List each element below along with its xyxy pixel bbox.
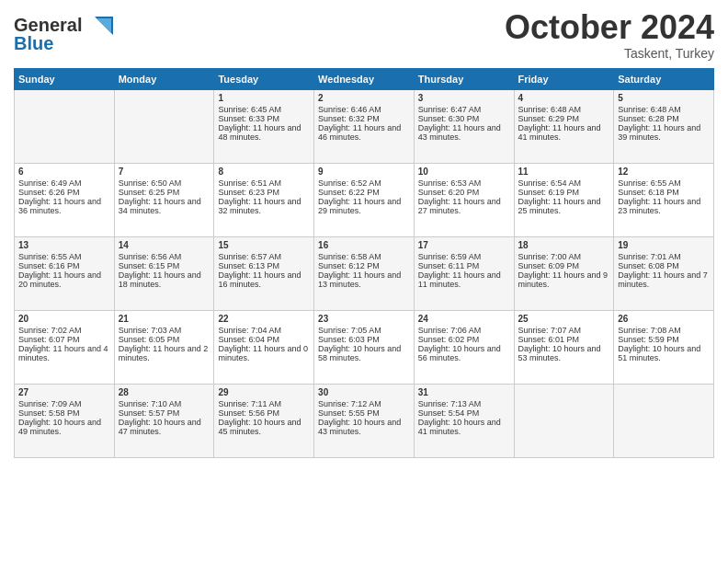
calendar-week-1: 1Sunrise: 6:45 AMSunset: 6:33 PMDaylight… (15, 90, 714, 164)
day-info: Sunset: 6:18 PM (618, 188, 710, 197)
calendar-cell: 26Sunrise: 7:08 AMSunset: 5:59 PMDayligh… (614, 311, 714, 385)
col-sunday: Sunday (15, 69, 115, 90)
day-info: Sunset: 5:59 PM (618, 335, 710, 344)
day-info: Sunrise: 7:04 AM (218, 326, 310, 335)
day-info: Sunset: 6:28 PM (618, 114, 710, 123)
day-info: Sunset: 5:54 PM (418, 408, 510, 418)
day-info: Daylight: 11 hours and 7 minutes. (618, 270, 710, 289)
day-info: Sunset: 6:15 PM (119, 261, 210, 270)
calendar-week-4: 20Sunrise: 7:02 AMSunset: 6:07 PMDayligh… (15, 311, 714, 385)
day-info: Daylight: 11 hours and 41 minutes. (518, 123, 610, 142)
logo: General Blue (14, 9, 115, 61)
day-number: 21 (119, 314, 210, 324)
calendar-table: Sunday Monday Tuesday Wednesday Thursday… (14, 68, 714, 458)
day-info: Sunset: 6:22 PM (318, 188, 410, 197)
day-info: Daylight: 11 hours and 20 minutes. (18, 270, 110, 289)
day-info: Daylight: 11 hours and 0 minutes. (218, 344, 310, 362)
day-info: Sunset: 5:57 PM (119, 408, 210, 418)
day-info: Sunset: 6:08 PM (618, 261, 710, 270)
col-thursday: Thursday (414, 69, 514, 90)
day-info: Daylight: 11 hours and 11 minutes. (418, 270, 510, 289)
day-number: 23 (318, 314, 410, 324)
header: General Blue October 2024 Taskent, Turke… (14, 9, 714, 61)
day-info: Sunrise: 7:07 AM (518, 326, 610, 335)
calendar-cell: 23Sunrise: 7:05 AMSunset: 6:03 PMDayligh… (314, 311, 415, 385)
day-info: Sunset: 6:09 PM (518, 261, 610, 270)
day-info: Sunrise: 7:13 AM (418, 399, 510, 408)
day-info: Daylight: 11 hours and 27 minutes. (418, 197, 510, 215)
day-info: Sunrise: 6:58 AM (318, 252, 410, 261)
location-subtitle: Taskent, Turkey (505, 46, 714, 61)
day-info: Sunrise: 6:49 AM (18, 178, 110, 188)
day-info: Sunset: 6:13 PM (218, 261, 310, 270)
col-saturday: Saturday (614, 69, 714, 90)
col-tuesday: Tuesday (214, 69, 314, 90)
calendar-cell: 21Sunrise: 7:03 AMSunset: 6:05 PMDayligh… (114, 311, 214, 385)
title-block: October 2024 Taskent, Turkey (505, 9, 714, 61)
day-info: Sunset: 6:23 PM (218, 188, 310, 197)
calendar-cell: 28Sunrise: 7:10 AMSunset: 5:57 PMDayligh… (114, 385, 214, 458)
day-number: 13 (18, 240, 110, 250)
calendar-cell: 14Sunrise: 6:56 AMSunset: 6:15 PMDayligh… (114, 237, 214, 311)
day-number: 1 (218, 93, 310, 103)
day-info: Daylight: 11 hours and 48 minutes. (218, 123, 310, 142)
day-info: Sunrise: 7:02 AM (18, 326, 110, 335)
day-info: Daylight: 11 hours and 32 minutes. (218, 197, 310, 215)
day-info: Daylight: 11 hours and 18 minutes. (119, 270, 210, 289)
day-number: 5 (618, 93, 710, 103)
day-number: 25 (518, 314, 610, 324)
day-info: Sunrise: 6:54 AM (518, 178, 610, 188)
day-number: 6 (18, 167, 110, 177)
header-row: Sunday Monday Tuesday Wednesday Thursday… (15, 69, 714, 90)
calendar-cell: 4Sunrise: 6:48 AMSunset: 6:29 PMDaylight… (514, 90, 614, 164)
day-number: 10 (418, 167, 510, 177)
day-number: 2 (318, 93, 410, 103)
calendar-cell: 10Sunrise: 6:53 AMSunset: 6:20 PMDayligh… (414, 164, 514, 237)
day-info: Daylight: 10 hours and 49 minutes. (18, 418, 110, 436)
calendar-cell: 13Sunrise: 6:55 AMSunset: 6:16 PMDayligh… (15, 237, 115, 311)
calendar-cell: 25Sunrise: 7:07 AMSunset: 6:01 PMDayligh… (514, 311, 614, 385)
day-info: Daylight: 11 hours and 16 minutes. (218, 270, 310, 289)
calendar-cell: 27Sunrise: 7:09 AMSunset: 5:58 PMDayligh… (15, 385, 115, 458)
svg-marker-3 (97, 18, 111, 33)
day-info: Sunrise: 6:56 AM (119, 252, 210, 261)
day-info: Sunset: 6:02 PM (418, 335, 510, 344)
calendar-cell (15, 90, 115, 164)
calendar-cell: 19Sunrise: 7:01 AMSunset: 6:08 PMDayligh… (614, 237, 714, 311)
day-info: Sunrise: 6:50 AM (119, 178, 210, 188)
day-info: Sunrise: 7:08 AM (618, 326, 710, 335)
day-info: Daylight: 11 hours and 46 minutes. (318, 123, 410, 142)
day-info: Sunset: 6:20 PM (418, 188, 510, 197)
day-info: Daylight: 10 hours and 41 minutes. (418, 418, 510, 436)
calendar-cell: 30Sunrise: 7:12 AMSunset: 5:55 PMDayligh… (314, 385, 415, 458)
calendar-cell: 12Sunrise: 6:55 AMSunset: 6:18 PMDayligh… (614, 164, 714, 237)
day-number: 15 (218, 240, 310, 250)
col-wednesday: Wednesday (314, 69, 415, 90)
day-info: Sunrise: 7:05 AM (318, 326, 410, 335)
day-number: 19 (618, 240, 710, 250)
day-info: Daylight: 10 hours and 53 minutes. (518, 344, 610, 362)
calendar-cell: 7Sunrise: 6:50 AMSunset: 6:25 PMDaylight… (114, 164, 214, 237)
calendar-cell: 1Sunrise: 6:45 AMSunset: 6:33 PMDaylight… (214, 90, 314, 164)
day-info: Sunrise: 6:51 AM (218, 178, 310, 188)
day-info: Daylight: 11 hours and 43 minutes. (418, 123, 510, 142)
day-info: Sunset: 5:56 PM (218, 408, 310, 418)
logo-text: General Blue (14, 9, 115, 61)
col-friday: Friday (514, 69, 614, 90)
day-info: Sunrise: 6:53 AM (418, 178, 510, 188)
day-number: 4 (518, 93, 610, 103)
day-info: Sunrise: 7:10 AM (119, 399, 210, 408)
day-info: Daylight: 10 hours and 51 minutes. (618, 344, 710, 362)
day-info: Sunset: 6:26 PM (18, 188, 110, 197)
day-info: Sunset: 5:55 PM (318, 408, 410, 418)
day-info: Daylight: 11 hours and 4 minutes. (18, 344, 110, 362)
day-number: 28 (119, 387, 210, 397)
day-info: Sunset: 6:03 PM (318, 335, 410, 344)
calendar-cell: 20Sunrise: 7:02 AMSunset: 6:07 PMDayligh… (15, 311, 115, 385)
day-info: Sunset: 6:25 PM (119, 188, 210, 197)
calendar-cell: 31Sunrise: 7:13 AMSunset: 5:54 PMDayligh… (414, 385, 514, 458)
day-number: 7 (119, 167, 210, 177)
day-info: Daylight: 11 hours and 13 minutes. (318, 270, 410, 289)
day-info: Sunrise: 6:48 AM (518, 105, 610, 114)
day-info: Sunrise: 6:57 AM (218, 252, 310, 261)
